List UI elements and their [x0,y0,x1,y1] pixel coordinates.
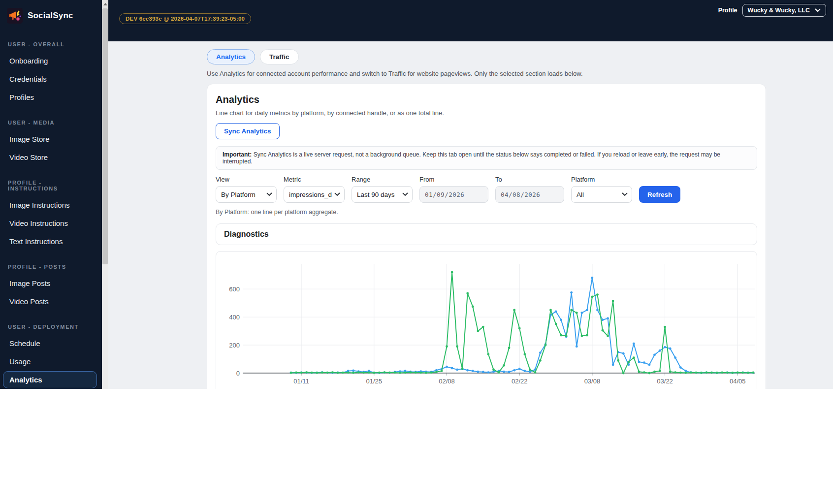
profile-select[interactable]: Wucky & Wucky, LLC [742,4,826,17]
app-logo-icon [7,8,23,24]
tabs-hint: Use Analytics for connected account perf… [207,70,766,77]
profile-select-value: Wucky & Wucky, LLC [748,7,810,14]
sidebar-item-image-store[interactable]: Image Store [3,130,97,148]
sidebar-item-schedule[interactable]: Schedule [3,335,97,352]
filter-label-metric: Metric [284,176,345,183]
sidebar-scrollbar[interactable] [102,0,108,389]
filter-label-from: From [419,176,488,183]
sidebar-section-user-overall: USER - OVERALL [0,29,102,51]
sidebar-section-user-deployment: USER - DEPLOYMENT [0,311,102,334]
svg-text:03/08: 03/08 [584,378,601,385]
scrollbar-thumb[interactable] [102,8,108,264]
important-note-label: Important: [223,151,252,158]
sidebar-section-profile-posts: PROFILE - POSTS [0,251,102,274]
analytics-card: Analytics Line chart for daily metrics b… [207,84,766,389]
chevron-down-icon [815,8,821,12]
svg-text:02/22: 02/22 [512,378,528,385]
svg-text:04/05: 04/05 [730,378,746,385]
profile-label: Profile [718,7,737,14]
card-subtitle: Line chart for daily metrics by platform… [216,109,757,117]
range-select[interactable]: Last 90 days [352,186,413,203]
app-title: SocialSync [28,11,73,21]
sidebar-item-credentials[interactable]: Credentials [3,70,97,88]
svg-text:03/22: 03/22 [657,378,673,385]
analytics-line-chart[interactable]: 01/1101/2502/0802/2203/0803/2204/0502004… [216,252,758,389]
diagnostics-panel: Diagnostics [216,223,757,245]
view-hint: By Platform: one line per platform aggre… [216,209,757,216]
svg-text:400: 400 [229,314,240,321]
important-note: Important: Sync Analytics is a live serv… [216,146,757,170]
topbar: DEV 6ce393e @ 2026-04-07T17:39:23-05:00 … [108,0,833,41]
filter-label-view: View [216,176,277,183]
filters-row: ViewBy PlatformMetricimpressions_daiRang… [216,176,757,203]
tab-analytics[interactable]: Analytics [207,49,255,64]
section-tabs: AnalyticsTraffic [207,49,766,64]
filter-metric: Metricimpressions_dai [284,176,345,203]
filter-to: To [495,176,564,203]
sidebar-item-analytics[interactable]: Analytics [3,371,97,388]
tab-traffic[interactable]: Traffic [260,49,299,64]
sidebar-item-video-store[interactable]: Video Store [3,149,97,166]
sidebar: SocialSync USER - OVERALLOnboardingCrede… [0,0,102,389]
svg-text:200: 200 [229,342,240,349]
card-title: Analytics [216,94,757,105]
diagnostics-title: Diagnostics [224,230,749,239]
svg-text:02/08: 02/08 [439,378,455,385]
main-area: DEV 6ce393e @ 2026-04-07T17:39:23-05:00 … [108,0,833,389]
sidebar-section-profile-instructions: PROFILE - INSTRUCTIONS [0,167,102,195]
view-select[interactable]: By Platform [216,186,277,203]
scrollbar-up-button[interactable] [102,0,108,8]
sidebar-item-text-instructions[interactable]: Text Instructions [3,233,97,250]
filter-label-to: To [495,176,564,183]
sidebar-item-profiles[interactable]: Profiles [3,89,97,106]
arrow-up-icon [103,3,107,5]
sync-analytics-button[interactable]: Sync Analytics [216,123,280,139]
profile-switcher: Profile Wucky & Wucky, LLC [718,4,826,17]
filter-view: ViewBy Platform [216,176,277,203]
sidebar-item-usage[interactable]: Usage [3,353,97,370]
to-date-input[interactable] [495,186,564,203]
svg-text:600: 600 [229,285,240,293]
refresh-button[interactable]: Refresh [639,186,680,203]
from-date-input[interactable] [419,186,488,203]
app-window: SocialSync USER - OVERALLOnboardingCrede… [0,0,833,389]
filter-range: RangeLast 90 days [352,176,413,203]
filter-platform: PlatformAll [571,176,632,203]
svg-text:01/11: 01/11 [293,378,309,385]
filter-from: From [419,176,488,203]
sidebar-item-image-posts[interactable]: Image Posts [3,275,97,292]
content-area: AnalyticsTraffic Use Analytics for conne… [108,41,766,389]
sidebar-nav: USER - OVERALLOnboardingCredentialsProfi… [0,29,102,389]
chart-panel: 01/1101/2502/0802/2203/0803/2204/0502004… [216,251,757,389]
filter-label-range: Range [352,176,413,183]
sidebar-item-onboarding[interactable]: Onboarding [3,52,97,69]
dev-build-badge: DEV 6ce393e @ 2026-04-07T17:39:23-05:00 [119,13,251,24]
svg-text:0: 0 [236,370,240,377]
svg-text:01/25: 01/25 [366,378,383,385]
sidebar-item-video-instructions[interactable]: Video Instructions [3,215,97,232]
sidebar-section-user-media: USER - MEDIA [0,107,102,129]
sidebar-item-video-posts[interactable]: Video Posts [3,293,97,310]
sidebar-item-image-instructions[interactable]: Image Instructions [3,196,97,214]
brand[interactable]: SocialSync [0,0,102,29]
important-note-text: Sync Analytics is a live server request,… [223,151,720,165]
platform-select[interactable]: All [571,186,632,203]
metric-select[interactable]: impressions_dai [284,186,345,203]
filter-label-platform: Platform [571,176,632,183]
